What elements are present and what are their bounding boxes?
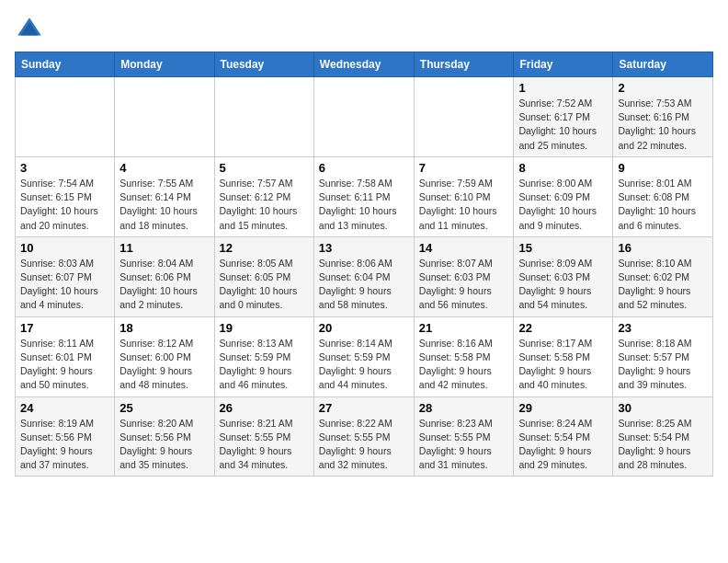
day-number: 20 <box>319 321 409 335</box>
calendar-header: SundayMondayTuesdayWednesdayThursdayFrid… <box>16 52 713 77</box>
calendar-week-4: 17Sunrise: 8:11 AM Sunset: 6:01 PM Dayli… <box>16 316 713 396</box>
day-info: Sunrise: 8:18 AM Sunset: 5:57 PM Dayligh… <box>618 337 708 393</box>
day-info: Sunrise: 8:11 AM Sunset: 6:01 PM Dayligh… <box>20 337 109 393</box>
day-info: Sunrise: 8:03 AM Sunset: 6:07 PM Dayligh… <box>20 257 109 313</box>
day-number: 3 <box>20 161 109 175</box>
day-info: Sunrise: 8:14 AM Sunset: 5:59 PM Dayligh… <box>319 337 409 393</box>
calendar-cell: 9Sunrise: 8:01 AM Sunset: 6:08 PM Daylig… <box>613 156 713 236</box>
weekday-header-saturday: Saturday <box>613 52 713 77</box>
calendar-cell: 2Sunrise: 7:53 AM Sunset: 6:16 PM Daylig… <box>613 77 713 157</box>
day-info: Sunrise: 7:59 AM Sunset: 6:10 PM Dayligh… <box>419 177 509 233</box>
calendar-cell <box>16 77 115 157</box>
day-info: Sunrise: 7:53 AM Sunset: 6:16 PM Dayligh… <box>618 97 708 153</box>
calendar-cell: 14Sunrise: 8:07 AM Sunset: 6:03 PM Dayli… <box>414 236 514 316</box>
calendar-cell: 25Sunrise: 8:20 AM Sunset: 5:56 PM Dayli… <box>115 396 214 477</box>
day-number: 24 <box>20 401 109 415</box>
calendar-cell: 4Sunrise: 7:55 AM Sunset: 6:14 PM Daylig… <box>115 156 214 236</box>
day-number: 29 <box>518 401 608 415</box>
day-info: Sunrise: 8:13 AM Sunset: 5:59 PM Dayligh… <box>220 337 309 393</box>
day-info: Sunrise: 8:20 AM Sunset: 5:56 PM Dayligh… <box>119 417 209 473</box>
day-info: Sunrise: 8:17 AM Sunset: 5:58 PM Dayligh… <box>518 337 608 393</box>
day-info: Sunrise: 7:57 AM Sunset: 6:12 PM Dayligh… <box>220 177 309 233</box>
day-number: 8 <box>518 161 608 175</box>
day-number: 22 <box>518 321 608 335</box>
day-number: 23 <box>618 321 708 335</box>
day-number: 25 <box>119 401 209 415</box>
day-number: 14 <box>419 241 509 255</box>
calendar-cell: 7Sunrise: 7:59 AM Sunset: 6:10 PM Daylig… <box>414 156 514 236</box>
day-info: Sunrise: 8:16 AM Sunset: 5:58 PM Dayligh… <box>419 337 509 393</box>
day-info: Sunrise: 8:12 AM Sunset: 6:00 PM Dayligh… <box>119 337 209 393</box>
day-info: Sunrise: 7:54 AM Sunset: 6:15 PM Dayligh… <box>20 177 109 233</box>
day-number: 19 <box>220 321 309 335</box>
day-info: Sunrise: 8:06 AM Sunset: 6:04 PM Dayligh… <box>319 257 409 313</box>
calendar-week-3: 10Sunrise: 8:03 AM Sunset: 6:07 PM Dayli… <box>16 236 713 316</box>
weekday-header-thursday: Thursday <box>414 52 514 77</box>
calendar-cell: 10Sunrise: 8:03 AM Sunset: 6:07 PM Dayli… <box>16 236 115 316</box>
day-number: 6 <box>319 161 409 175</box>
calendar-cell: 24Sunrise: 8:19 AM Sunset: 5:56 PM Dayli… <box>16 396 115 477</box>
day-info: Sunrise: 7:58 AM Sunset: 6:11 PM Dayligh… <box>319 177 409 233</box>
calendar-table: SundayMondayTuesdayWednesdayThursdayFrid… <box>15 52 713 477</box>
calendar-cell: 16Sunrise: 8:10 AM Sunset: 6:02 PM Dayli… <box>613 236 713 316</box>
day-info: Sunrise: 8:05 AM Sunset: 6:05 PM Dayligh… <box>220 257 309 313</box>
day-number: 4 <box>119 161 209 175</box>
calendar-cell: 1Sunrise: 7:52 AM Sunset: 6:17 PM Daylig… <box>514 77 613 157</box>
calendar-cell: 18Sunrise: 8:12 AM Sunset: 6:00 PM Dayli… <box>115 316 214 396</box>
calendar-cell <box>214 77 313 157</box>
day-number: 13 <box>319 241 409 255</box>
calendar-cell: 28Sunrise: 8:23 AM Sunset: 5:55 PM Dayli… <box>414 396 514 477</box>
day-number: 16 <box>618 241 708 255</box>
calendar-week-5: 24Sunrise: 8:19 AM Sunset: 5:56 PM Dayli… <box>16 396 713 477</box>
day-number: 10 <box>20 241 109 255</box>
day-info: Sunrise: 8:01 AM Sunset: 6:08 PM Dayligh… <box>618 177 708 233</box>
day-info: Sunrise: 7:55 AM Sunset: 6:14 PM Dayligh… <box>119 177 209 233</box>
day-info: Sunrise: 8:22 AM Sunset: 5:55 PM Dayligh… <box>319 417 409 473</box>
logo-icon <box>15 15 44 44</box>
weekday-header-tuesday: Tuesday <box>214 52 313 77</box>
calendar-cell: 29Sunrise: 8:24 AM Sunset: 5:54 PM Dayli… <box>514 396 613 477</box>
weekday-header-monday: Monday <box>115 52 214 77</box>
calendar-cell: 21Sunrise: 8:16 AM Sunset: 5:58 PM Dayli… <box>414 316 514 396</box>
day-info: Sunrise: 8:00 AM Sunset: 6:09 PM Dayligh… <box>518 177 608 233</box>
logo <box>15 15 48 44</box>
day-info: Sunrise: 8:10 AM Sunset: 6:02 PM Dayligh… <box>618 257 708 313</box>
calendar-cell: 30Sunrise: 8:25 AM Sunset: 5:54 PM Dayli… <box>613 396 713 477</box>
day-number: 26 <box>220 401 309 415</box>
day-number: 27 <box>319 401 409 415</box>
calendar-week-2: 3Sunrise: 7:54 AM Sunset: 6:15 PM Daylig… <box>16 156 713 236</box>
day-info: Sunrise: 8:23 AM Sunset: 5:55 PM Dayligh… <box>419 417 509 473</box>
calendar-cell: 23Sunrise: 8:18 AM Sunset: 5:57 PM Dayli… <box>613 316 713 396</box>
day-info: Sunrise: 7:52 AM Sunset: 6:17 PM Dayligh… <box>518 97 608 153</box>
day-number: 11 <box>119 241 209 255</box>
calendar-cell: 22Sunrise: 8:17 AM Sunset: 5:58 PM Dayli… <box>514 316 613 396</box>
weekday-header-wednesday: Wednesday <box>313 52 414 77</box>
weekday-header-row: SundayMondayTuesdayWednesdayThursdayFrid… <box>16 52 713 77</box>
day-number: 15 <box>518 241 608 255</box>
calendar-cell: 27Sunrise: 8:22 AM Sunset: 5:55 PM Dayli… <box>313 396 414 477</box>
day-number: 2 <box>618 81 708 95</box>
calendar-cell <box>313 77 414 157</box>
calendar-cell: 15Sunrise: 8:09 AM Sunset: 6:03 PM Dayli… <box>514 236 613 316</box>
day-number: 7 <box>419 161 509 175</box>
calendar-cell: 5Sunrise: 7:57 AM Sunset: 6:12 PM Daylig… <box>214 156 313 236</box>
day-info: Sunrise: 8:07 AM Sunset: 6:03 PM Dayligh… <box>419 257 509 313</box>
calendar-week-1: 1Sunrise: 7:52 AM Sunset: 6:17 PM Daylig… <box>16 77 713 157</box>
calendar-cell: 3Sunrise: 7:54 AM Sunset: 6:15 PM Daylig… <box>16 156 115 236</box>
calendar-cell: 26Sunrise: 8:21 AM Sunset: 5:55 PM Dayli… <box>214 396 313 477</box>
weekday-header-sunday: Sunday <box>16 52 115 77</box>
day-number: 28 <box>419 401 509 415</box>
day-info: Sunrise: 8:04 AM Sunset: 6:06 PM Dayligh… <box>119 257 209 313</box>
day-info: Sunrise: 8:25 AM Sunset: 5:54 PM Dayligh… <box>618 417 708 473</box>
day-number: 1 <box>518 81 608 95</box>
calendar-cell: 19Sunrise: 8:13 AM Sunset: 5:59 PM Dayli… <box>214 316 313 396</box>
day-number: 21 <box>419 321 509 335</box>
calendar-cell: 8Sunrise: 8:00 AM Sunset: 6:09 PM Daylig… <box>514 156 613 236</box>
calendar-cell: 13Sunrise: 8:06 AM Sunset: 6:04 PM Dayli… <box>313 236 414 316</box>
calendar-cell: 11Sunrise: 8:04 AM Sunset: 6:06 PM Dayli… <box>115 236 214 316</box>
calendar-cell: 20Sunrise: 8:14 AM Sunset: 5:59 PM Dayli… <box>313 316 414 396</box>
day-info: Sunrise: 8:24 AM Sunset: 5:54 PM Dayligh… <box>518 417 608 473</box>
calendar-cell: 17Sunrise: 8:11 AM Sunset: 6:01 PM Dayli… <box>16 316 115 396</box>
day-number: 5 <box>220 161 309 175</box>
day-number: 30 <box>618 401 708 415</box>
